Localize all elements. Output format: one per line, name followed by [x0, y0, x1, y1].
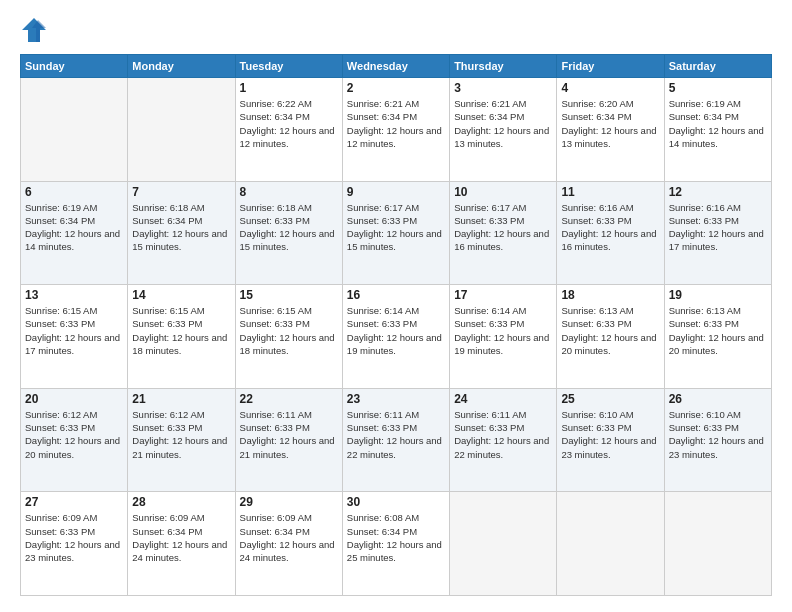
day-info: Sunrise: 6:13 AM Sunset: 6:33 PM Dayligh…	[561, 304, 659, 357]
day-number: 17	[454, 288, 552, 302]
day-info: Sunrise: 6:16 AM Sunset: 6:33 PM Dayligh…	[669, 201, 767, 254]
day-info: Sunrise: 6:21 AM Sunset: 6:34 PM Dayligh…	[454, 97, 552, 150]
calendar-cell: 10Sunrise: 6:17 AM Sunset: 6:33 PM Dayli…	[450, 181, 557, 285]
calendar-cell: 6Sunrise: 6:19 AM Sunset: 6:34 PM Daylig…	[21, 181, 128, 285]
calendar-cell	[557, 492, 664, 596]
calendar-cell	[664, 492, 771, 596]
calendar-cell: 21Sunrise: 6:12 AM Sunset: 6:33 PM Dayli…	[128, 388, 235, 492]
calendar-week-row: 13Sunrise: 6:15 AM Sunset: 6:33 PM Dayli…	[21, 285, 772, 389]
calendar-cell: 11Sunrise: 6:16 AM Sunset: 6:33 PM Dayli…	[557, 181, 664, 285]
day-info: Sunrise: 6:19 AM Sunset: 6:34 PM Dayligh…	[25, 201, 123, 254]
calendar-table: SundayMondayTuesdayWednesdayThursdayFrid…	[20, 54, 772, 596]
calendar-cell: 2Sunrise: 6:21 AM Sunset: 6:34 PM Daylig…	[342, 78, 449, 182]
calendar-cell	[450, 492, 557, 596]
svg-marker-0	[22, 18, 46, 42]
day-info: Sunrise: 6:22 AM Sunset: 6:34 PM Dayligh…	[240, 97, 338, 150]
logo-icon	[20, 16, 48, 44]
day-info: Sunrise: 6:08 AM Sunset: 6:34 PM Dayligh…	[347, 511, 445, 564]
calendar-cell: 24Sunrise: 6:11 AM Sunset: 6:33 PM Dayli…	[450, 388, 557, 492]
day-number: 15	[240, 288, 338, 302]
calendar-cell: 16Sunrise: 6:14 AM Sunset: 6:33 PM Dayli…	[342, 285, 449, 389]
calendar-cell: 29Sunrise: 6:09 AM Sunset: 6:34 PM Dayli…	[235, 492, 342, 596]
calendar-header-thursday: Thursday	[450, 55, 557, 78]
day-info: Sunrise: 6:12 AM Sunset: 6:33 PM Dayligh…	[25, 408, 123, 461]
calendar-header-wednesday: Wednesday	[342, 55, 449, 78]
logo	[20, 16, 52, 44]
calendar-week-row: 27Sunrise: 6:09 AM Sunset: 6:33 PM Dayli…	[21, 492, 772, 596]
day-info: Sunrise: 6:15 AM Sunset: 6:33 PM Dayligh…	[240, 304, 338, 357]
day-info: Sunrise: 6:11 AM Sunset: 6:33 PM Dayligh…	[454, 408, 552, 461]
day-number: 11	[561, 185, 659, 199]
day-info: Sunrise: 6:14 AM Sunset: 6:33 PM Dayligh…	[454, 304, 552, 357]
day-number: 27	[25, 495, 123, 509]
day-number: 12	[669, 185, 767, 199]
calendar-cell: 30Sunrise: 6:08 AM Sunset: 6:34 PM Dayli…	[342, 492, 449, 596]
calendar-header-tuesday: Tuesday	[235, 55, 342, 78]
day-info: Sunrise: 6:15 AM Sunset: 6:33 PM Dayligh…	[25, 304, 123, 357]
calendar-cell: 1Sunrise: 6:22 AM Sunset: 6:34 PM Daylig…	[235, 78, 342, 182]
calendar-cell: 5Sunrise: 6:19 AM Sunset: 6:34 PM Daylig…	[664, 78, 771, 182]
calendar-cell	[128, 78, 235, 182]
day-number: 2	[347, 81, 445, 95]
day-info: Sunrise: 6:11 AM Sunset: 6:33 PM Dayligh…	[347, 408, 445, 461]
day-number: 6	[25, 185, 123, 199]
calendar-cell: 23Sunrise: 6:11 AM Sunset: 6:33 PM Dayli…	[342, 388, 449, 492]
calendar-cell: 26Sunrise: 6:10 AM Sunset: 6:33 PM Dayli…	[664, 388, 771, 492]
calendar-cell: 3Sunrise: 6:21 AM Sunset: 6:34 PM Daylig…	[450, 78, 557, 182]
day-info: Sunrise: 6:20 AM Sunset: 6:34 PM Dayligh…	[561, 97, 659, 150]
calendar-cell: 4Sunrise: 6:20 AM Sunset: 6:34 PM Daylig…	[557, 78, 664, 182]
day-info: Sunrise: 6:14 AM Sunset: 6:33 PM Dayligh…	[347, 304, 445, 357]
header	[20, 16, 772, 44]
day-number: 4	[561, 81, 659, 95]
day-info: Sunrise: 6:11 AM Sunset: 6:33 PM Dayligh…	[240, 408, 338, 461]
calendar-cell: 20Sunrise: 6:12 AM Sunset: 6:33 PM Dayli…	[21, 388, 128, 492]
calendar-week-row: 6Sunrise: 6:19 AM Sunset: 6:34 PM Daylig…	[21, 181, 772, 285]
day-info: Sunrise: 6:09 AM Sunset: 6:34 PM Dayligh…	[132, 511, 230, 564]
calendar-cell	[21, 78, 128, 182]
day-info: Sunrise: 6:17 AM Sunset: 6:33 PM Dayligh…	[347, 201, 445, 254]
calendar-cell: 9Sunrise: 6:17 AM Sunset: 6:33 PM Daylig…	[342, 181, 449, 285]
day-info: Sunrise: 6:18 AM Sunset: 6:33 PM Dayligh…	[240, 201, 338, 254]
day-info: Sunrise: 6:12 AM Sunset: 6:33 PM Dayligh…	[132, 408, 230, 461]
calendar-cell: 13Sunrise: 6:15 AM Sunset: 6:33 PM Dayli…	[21, 285, 128, 389]
day-number: 26	[669, 392, 767, 406]
day-info: Sunrise: 6:09 AM Sunset: 6:33 PM Dayligh…	[25, 511, 123, 564]
day-info: Sunrise: 6:21 AM Sunset: 6:34 PM Dayligh…	[347, 97, 445, 150]
day-number: 30	[347, 495, 445, 509]
calendar-header-sunday: Sunday	[21, 55, 128, 78]
day-number: 28	[132, 495, 230, 509]
calendar-cell: 27Sunrise: 6:09 AM Sunset: 6:33 PM Dayli…	[21, 492, 128, 596]
calendar-week-row: 20Sunrise: 6:12 AM Sunset: 6:33 PM Dayli…	[21, 388, 772, 492]
day-info: Sunrise: 6:10 AM Sunset: 6:33 PM Dayligh…	[561, 408, 659, 461]
day-number: 5	[669, 81, 767, 95]
day-number: 18	[561, 288, 659, 302]
calendar-week-row: 1Sunrise: 6:22 AM Sunset: 6:34 PM Daylig…	[21, 78, 772, 182]
day-info: Sunrise: 6:13 AM Sunset: 6:33 PM Dayligh…	[669, 304, 767, 357]
day-number: 16	[347, 288, 445, 302]
day-number: 20	[25, 392, 123, 406]
day-number: 9	[347, 185, 445, 199]
calendar-header-friday: Friday	[557, 55, 664, 78]
calendar-cell: 15Sunrise: 6:15 AM Sunset: 6:33 PM Dayli…	[235, 285, 342, 389]
calendar-cell: 14Sunrise: 6:15 AM Sunset: 6:33 PM Dayli…	[128, 285, 235, 389]
day-number: 19	[669, 288, 767, 302]
calendar-cell: 22Sunrise: 6:11 AM Sunset: 6:33 PM Dayli…	[235, 388, 342, 492]
calendar-cell: 17Sunrise: 6:14 AM Sunset: 6:33 PM Dayli…	[450, 285, 557, 389]
day-info: Sunrise: 6:16 AM Sunset: 6:33 PM Dayligh…	[561, 201, 659, 254]
calendar-cell: 18Sunrise: 6:13 AM Sunset: 6:33 PM Dayli…	[557, 285, 664, 389]
calendar-header-monday: Monday	[128, 55, 235, 78]
day-number: 10	[454, 185, 552, 199]
calendar-cell: 25Sunrise: 6:10 AM Sunset: 6:33 PM Dayli…	[557, 388, 664, 492]
day-number: 25	[561, 392, 659, 406]
day-number: 14	[132, 288, 230, 302]
day-number: 29	[240, 495, 338, 509]
day-number: 7	[132, 185, 230, 199]
day-info: Sunrise: 6:10 AM Sunset: 6:33 PM Dayligh…	[669, 408, 767, 461]
day-number: 23	[347, 392, 445, 406]
day-number: 8	[240, 185, 338, 199]
calendar-cell: 7Sunrise: 6:18 AM Sunset: 6:34 PM Daylig…	[128, 181, 235, 285]
page: SundayMondayTuesdayWednesdayThursdayFrid…	[0, 0, 792, 612]
calendar-cell: 28Sunrise: 6:09 AM Sunset: 6:34 PM Dayli…	[128, 492, 235, 596]
day-number: 1	[240, 81, 338, 95]
day-number: 24	[454, 392, 552, 406]
